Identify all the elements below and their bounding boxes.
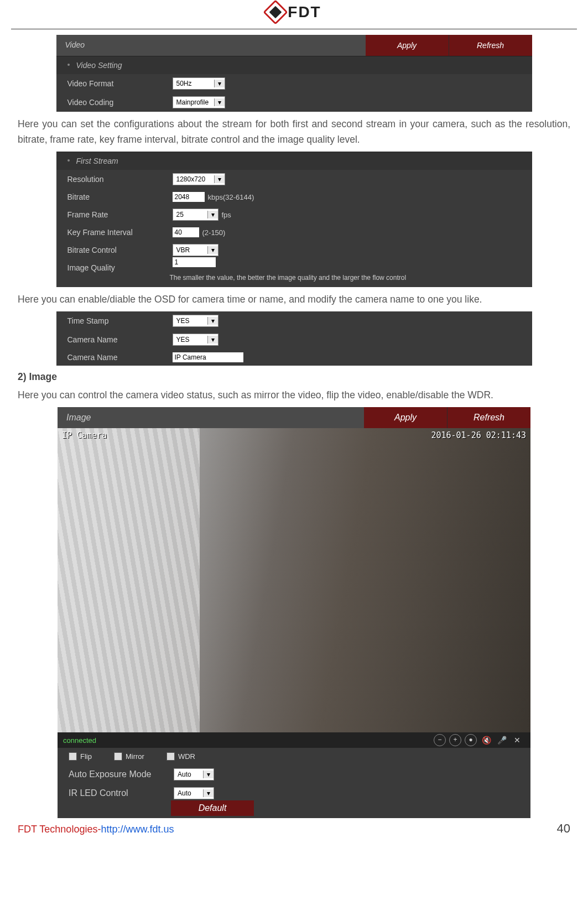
row-imgquality: Image Quality 1 (56, 259, 532, 273)
panel-title: Video (56, 35, 366, 56)
brand-text: FDT (288, 3, 321, 21)
chevron-down-icon: ▾ (214, 98, 225, 106)
video-panel: Video Apply Refresh Video Setting Video … (56, 35, 532, 112)
select-irled[interactable]: Auto ▾ (174, 787, 214, 799)
speaker-mute-icon[interactable]: 🔇 (480, 735, 492, 745)
row-video-coding: Video Coding Mainprofile ▾ (56, 93, 532, 112)
checkbox-flip[interactable]: Flip (69, 752, 92, 761)
footer-url[interactable]: http://www.fdt.us (101, 824, 174, 835)
paragraph-stream-intro: Here you can set the configurations abou… (18, 116, 570, 147)
input-keyframe[interactable]: 40 (173, 227, 199, 237)
checkbox-icon (114, 752, 122, 761)
refresh-button[interactable]: Refresh (447, 407, 530, 428)
header-rule (11, 29, 577, 29)
page-header: FDT (11, 0, 577, 27)
paragraph-osd-intro: Here you can enable/diable the OSD for c… (18, 292, 570, 307)
bullet-icon (67, 156, 72, 160)
row-video-format: Video Format 50Hz ▾ (56, 74, 532, 93)
suffix-framerate: fps (222, 211, 231, 219)
suffix-keyframe: (2-150) (202, 228, 226, 237)
input-bitrate[interactable]: 2048 (173, 192, 205, 202)
tools-icon[interactable]: ✕ (511, 735, 523, 745)
mic-mute-icon[interactable]: 🎤 (496, 735, 508, 745)
label-video-format: Video Format (67, 79, 173, 88)
checkbox-icon (166, 752, 175, 761)
video-status-bar: connected − + ● 🔇 🎤 ✕ (58, 732, 530, 748)
page-number: 40 (557, 821, 570, 836)
brand-logo: FDT (267, 3, 321, 21)
page-footer: FDT Technologies-http://www.fdt.us 40 (18, 821, 570, 836)
row-camname-select: Camera Name YES ▾ (56, 330, 532, 349)
zoom-out-icon[interactable]: − (434, 734, 446, 746)
footer-left: FDT Technologies-http://www.fdt.us (18, 824, 174, 835)
logo-icon (263, 0, 288, 25)
select-exposure[interactable]: Auto ▾ (174, 768, 214, 780)
first-stream-panel: First Stream Resolution 1280x720 ▾ Bitra… (56, 152, 532, 287)
chevron-down-icon: ▾ (214, 175, 225, 183)
label-timestamp: Time Stamp (67, 316, 173, 325)
chevron-down-icon: ▾ (214, 80, 225, 87)
scene-background (58, 428, 200, 732)
checkbox-wdr[interactable]: WDR (166, 752, 195, 761)
label-irled: IR LED Control (69, 788, 174, 798)
input-camname[interactable]: IP Camera (173, 352, 243, 362)
label-bitrate: Bitrate (67, 192, 173, 201)
paragraph-image-intro: Here you can control the camera video st… (18, 387, 570, 403)
checkbox-row: Flip Mirror WDR (58, 748, 530, 765)
video-preview: IP Camera 2016-01-26 02:11:43 (58, 428, 530, 732)
section-first-stream: First Stream (56, 152, 532, 170)
row-keyframe: Key Frame Interval 40 (2-150) (56, 224, 532, 241)
select-video-format[interactable]: 50Hz ▾ (173, 77, 225, 90)
chevron-down-icon: ▾ (203, 789, 214, 797)
default-button[interactable]: Default (171, 800, 254, 816)
osd-timestamp: 2016-01-26 02:11:43 (431, 430, 526, 440)
label-video-coding: Video Coding (67, 98, 173, 107)
osd-panel: Time Stamp YES ▾ Camera Name YES ▾ Camer… (56, 311, 532, 366)
row-bitratectrl: Bitrate Control VBR ▾ (56, 241, 532, 259)
chevron-down-icon: ▾ (207, 317, 218, 325)
row-framerate: Frame Rate 25 ▾ fps (56, 205, 532, 224)
row-irled: IR LED Control Auto ▾ (58, 784, 530, 800)
image-panel-header: Image Apply Refresh (58, 407, 530, 428)
bullet-icon (67, 60, 72, 65)
chevron-down-icon: ▾ (207, 211, 218, 218)
hint-imgquality: The smaller the value, the better the im… (56, 273, 532, 287)
osd-camera-name: IP Camera (62, 430, 107, 440)
chevron-down-icon: ▾ (207, 246, 218, 254)
label-keyframe: Key Frame Interval (67, 228, 173, 237)
select-camname[interactable]: YES ▾ (173, 334, 218, 346)
checkbox-icon (69, 752, 77, 761)
record-icon[interactable]: ● (465, 734, 477, 746)
row-timestamp: Time Stamp YES ▾ (56, 311, 532, 330)
row-exposure: Auto Exposure Mode Auto ▾ (58, 765, 530, 784)
select-framerate[interactable]: 25 ▾ (173, 209, 218, 221)
select-resolution[interactable]: 1280x720 ▾ (173, 173, 225, 185)
section-video-setting: Video Setting (56, 56, 532, 74)
panel-header: Video Apply Refresh (56, 35, 532, 56)
suffix-bitrate: kbps(32-6144) (208, 193, 254, 201)
image-panel-title: Image (58, 407, 364, 428)
label-framerate: Frame Rate (67, 210, 173, 219)
label-bitratectrl: Bitrate Control (67, 246, 173, 254)
image-panel: Image Apply Refresh IP Camera 2016-01-26… (58, 407, 530, 818)
select-video-coding[interactable]: Mainprofile ▾ (173, 96, 225, 108)
row-camname-text: Camera Name IP Camera (56, 349, 532, 366)
select-timestamp[interactable]: YES ▾ (173, 315, 218, 327)
label-camname-select: Camera Name (67, 335, 173, 344)
input-imgquality[interactable]: 1 (173, 257, 216, 267)
footer-company: FDT Technologies- (18, 824, 101, 835)
select-bitratectrl[interactable]: VBR ▾ (173, 244, 218, 256)
label-imgquality: Image Quality (67, 263, 173, 272)
row-resolution: Resolution 1280x720 ▾ (56, 170, 532, 189)
chevron-down-icon: ▾ (203, 771, 214, 778)
chevron-down-icon: ▾ (207, 336, 218, 344)
apply-button[interactable]: Apply (366, 35, 449, 56)
apply-button[interactable]: Apply (364, 407, 447, 428)
zoom-in-icon[interactable]: + (449, 734, 461, 746)
heading-image: 2) Image (18, 371, 570, 383)
refresh-button[interactable]: Refresh (449, 35, 532, 56)
connection-status: connected (63, 736, 432, 745)
checkbox-mirror[interactable]: Mirror (114, 752, 144, 761)
label-resolution: Resolution (67, 175, 173, 184)
label-camname-text: Camera Name (67, 353, 173, 362)
